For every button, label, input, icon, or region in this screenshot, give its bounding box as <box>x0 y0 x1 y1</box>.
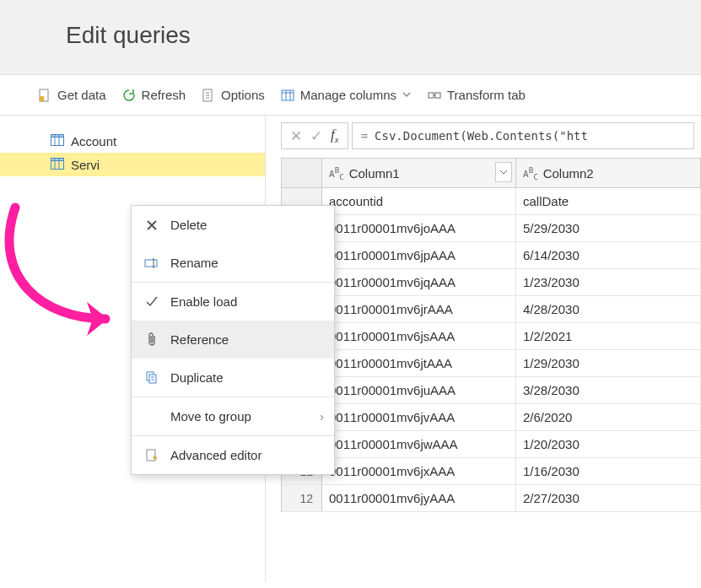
cell-column1[interactable]: 0011r00001mv6juAAA <box>322 377 516 403</box>
query-item-service-calls[interactable]: Servi <box>0 153 265 176</box>
menu-item-label: Advanced editor <box>170 448 262 462</box>
context-menu: DeleteRenameEnable loadReferenceDuplicat… <box>131 205 335 475</box>
cell-column2[interactable]: 2/6/2020 <box>516 404 701 430</box>
cell-column2[interactable]: 4/28/2030 <box>516 296 701 322</box>
query-item-account[interactable]: Account <box>0 129 265 153</box>
cell-column1[interactable]: 0011r00001mv6jxAAA <box>322 458 516 484</box>
cell-column1[interactable]: accountid <box>322 188 516 214</box>
cell-column2[interactable]: 6/14/2030 <box>516 242 701 268</box>
formula-text: Csv.Document(Web.Contents("htt <box>375 129 588 143</box>
clip-icon <box>143 332 160 348</box>
cancel-icon[interactable]: ✕ <box>290 127 302 145</box>
column-header-2[interactable]: ABC Column2 <box>516 159 701 187</box>
manage-columns-label: Manage columns <box>300 88 396 102</box>
cell-column1[interactable]: 0011r00001mv6jpAAA <box>322 242 516 268</box>
cell-column2[interactable]: 5/29/2030 <box>516 215 701 241</box>
table-row[interactable]: 0011r00001mv6jwAAA1/20/2030 <box>282 431 701 458</box>
copy-icon <box>143 370 160 386</box>
table-row[interactable]: 120011r00001mv6jyAAA2/27/2030 <box>282 485 701 512</box>
table-row[interactable]: 0011r00001mv6jrAAA4/28/2030 <box>282 296 701 323</box>
menu-item-label: Reference <box>170 332 229 347</box>
table-row[interactable]: 110011r00001mv6jxAAA1/16/2030 <box>282 458 701 485</box>
cell-column2[interactable]: 1/29/2030 <box>516 350 701 376</box>
column-header-label: Column1 <box>349 166 400 181</box>
refresh-icon <box>121 88 137 103</box>
menu-item-delete[interactable]: Delete <box>132 206 334 244</box>
cell-column1[interactable]: 0011r00001mv6jrAAA <box>322 296 516 322</box>
svg-rect-10 <box>429 93 434 98</box>
chevron-down-icon <box>402 88 412 102</box>
column-header-label: Column2 <box>543 166 594 181</box>
menu-item-label: Enable load <box>170 294 237 309</box>
menu-item-label: Delete <box>170 218 207 232</box>
cell-column1[interactable]: 0011r00001mv6jqAAA <box>322 269 516 295</box>
formula-equals: = <box>361 129 368 143</box>
cell-column2[interactable]: callDate <box>516 188 701 214</box>
cell-column1[interactable]: 0011r00001mv6jtAAA <box>322 350 516 376</box>
cell-column1[interactable]: 0011r00001mv6joAAA <box>322 215 516 241</box>
cell-column2[interactable]: 1/2/2021 <box>516 323 701 349</box>
blank-icon <box>143 408 160 425</box>
transform-table-label: Transform tab <box>447 88 526 102</box>
menu-item-move-to-group[interactable]: Move to group› <box>132 397 334 435</box>
menu-item-rename[interactable]: Rename <box>132 244 334 282</box>
rename-icon <box>143 255 160 272</box>
table-icon <box>51 134 64 148</box>
row-index: 12 <box>282 485 322 511</box>
column-type-icon: ABC <box>329 165 344 181</box>
table-row[interactable]: 0011r00001mv6jtAAA1/29/2030 <box>282 350 701 377</box>
refresh-button[interactable]: Refresh <box>121 88 186 103</box>
fx-icon[interactable]: fx <box>331 127 339 144</box>
get-data-icon <box>37 88 52 103</box>
svg-rect-1 <box>40 96 44 101</box>
toolbar: Get data Refresh Options Manage columns … <box>0 75 701 116</box>
options-label: Options <box>221 88 265 102</box>
manage-columns-button[interactable]: Manage columns <box>280 88 412 103</box>
menu-item-advanced-editor[interactable]: Advanced editor <box>132 436 334 474</box>
svg-rect-14 <box>51 134 64 137</box>
cell-column1[interactable]: 0011r00001mv6jyAAA <box>322 485 516 511</box>
menu-item-enable-load[interactable]: Enable load <box>132 283 334 321</box>
options-button[interactable]: Options <box>201 88 265 103</box>
menu-item-label: Move to group <box>170 409 251 423</box>
table-row[interactable]: 0011r00001mv6jvAAA2/6/2020 <box>282 404 701 431</box>
menu-item-label: Rename <box>170 256 218 270</box>
cell-column2[interactable]: 1/23/2030 <box>516 269 701 295</box>
cell-column2[interactable]: 1/16/2030 <box>516 458 701 484</box>
cell-column2[interactable]: 2/27/2030 <box>516 485 701 511</box>
commit-icon[interactable]: ✓ <box>310 127 322 145</box>
query-item-label: Account <box>71 134 116 148</box>
table-icon <box>51 158 64 172</box>
cell-column2[interactable]: 1/20/2030 <box>516 431 701 457</box>
get-data-label: Get data <box>57 88 106 102</box>
menu-item-reference[interactable]: Reference <box>132 321 334 359</box>
cell-column1[interactable]: 0011r00001mv6jvAAA <box>322 404 516 430</box>
menu-item-duplicate[interactable]: Duplicate <box>132 359 334 396</box>
grid-corner[interactable] <box>282 159 322 187</box>
table-row[interactable]: 0011r00001mv6jpAAA6/14/2030 <box>282 242 701 269</box>
column-dropdown-icon[interactable] <box>495 162 512 182</box>
formula-bar: ✕ ✓ fx = Csv.Document(Web.Contents("htt <box>266 116 701 149</box>
table-row[interactable]: 0011r00001mv6juAAA3/28/2030 <box>282 377 701 404</box>
formula-input[interactable]: = Csv.Document(Web.Contents("htt <box>352 122 694 149</box>
check-icon <box>143 294 160 310</box>
table-row[interactable]: 0011r00001mv6jqAAA1/23/2030 <box>282 269 701 296</box>
manage-columns-icon <box>280 88 295 103</box>
table-row[interactable]: 0011r00001mv6joAAA5/29/2030 <box>282 215 701 242</box>
cell-column2[interactable]: 3/28/2030 <box>516 377 701 403</box>
cell-column1[interactable]: 0011r00001mv6jsAAA <box>322 323 516 349</box>
formula-actions: ✕ ✓ fx <box>281 122 348 149</box>
svg-rect-21 <box>145 260 157 267</box>
cell-column1[interactable]: 0011r00001mv6jwAAA <box>322 431 516 457</box>
delete-icon <box>143 217 160 234</box>
get-data-button[interactable]: Get data <box>37 88 106 103</box>
table-row[interactable]: 0011r00001mv6jsAAA1/2/2021 <box>282 323 701 350</box>
table-row[interactable]: accountidcallDate <box>282 188 701 215</box>
svg-rect-18 <box>51 158 64 160</box>
advanced-icon <box>143 447 160 464</box>
svg-rect-24 <box>149 375 156 383</box>
refresh-label: Refresh <box>142 88 186 102</box>
column-header-1[interactable]: ABC Column1 <box>322 159 516 187</box>
data-grid: ABC Column1 ABC Column2 accountidcallDat… <box>281 158 701 512</box>
transform-table-button[interactable]: Transform tab <box>427 88 526 103</box>
